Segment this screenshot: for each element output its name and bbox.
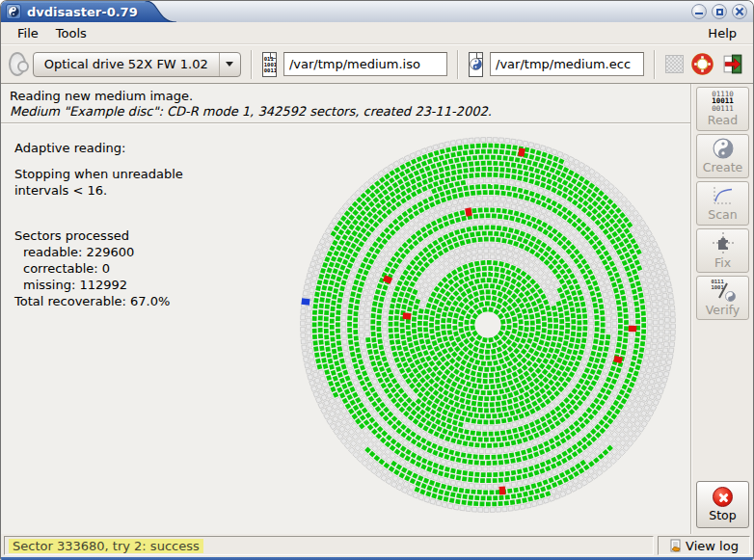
- sector-status: Sector 333680, try 2: success: [9, 539, 203, 553]
- status-message-line1: Reading new medium image.: [10, 89, 682, 103]
- status-message-line2: Medium "Example disc": CD-R mode 1, 3425…: [10, 104, 682, 119]
- sectors-readable: readable: 229600: [14, 244, 183, 260]
- preferences-button[interactable]: [665, 55, 684, 73]
- scan-icon: [712, 185, 735, 206]
- quit-icon: [721, 52, 745, 76]
- stop-button[interactable]: Stop: [696, 481, 749, 528]
- read-button[interactable]: 01110 10011 00111 Read: [696, 87, 749, 131]
- total-recoverable: Total recoverable: 67.0%: [14, 293, 183, 309]
- chevron-down-icon: [226, 62, 233, 67]
- stop-icon: [713, 487, 733, 507]
- minimize-button[interactable]: [691, 4, 707, 19]
- disc-marker-unreadable: [465, 207, 472, 216]
- menu-tools[interactable]: Tools: [47, 24, 95, 42]
- menubar: File Tools Help: [1, 22, 753, 44]
- titlebar: dvdisaster-0.79: [1, 1, 753, 22]
- action-sidebar: 01110 10011 00111 Read Create: [691, 84, 753, 534]
- ecc-path-input[interactable]: [490, 52, 644, 76]
- menu-help[interactable]: Help: [699, 24, 745, 42]
- life-ring-icon: [690, 52, 714, 76]
- disc-marker-unreadable: [498, 487, 505, 495]
- toolbar-separator: [251, 50, 253, 79]
- image-file-icon: 011 10011 00111: [262, 52, 277, 77]
- disc-marker-unreadable: [518, 147, 525, 156]
- toolbar-separator: [457, 50, 459, 79]
- close-icon: [735, 7, 744, 16]
- status-cell: Sector 333680, try 2: success: [4, 536, 654, 555]
- window-title: dvdisaster-0.79: [27, 5, 138, 19]
- minimize-icon: [695, 13, 703, 14]
- statusbar: Sector 333680, try 2: success View log: [1, 534, 753, 557]
- drive-selector-value: Optical drive 52X FW 1.02: [34, 57, 219, 71]
- app-icon: [6, 4, 21, 19]
- fix-icon: [712, 231, 735, 254]
- view-log-icon: [669, 539, 683, 552]
- disc-marker-current-position: [301, 298, 310, 305]
- toolbar-separator: [654, 50, 656, 79]
- disc-marker-unreadable: [383, 275, 392, 283]
- fix-button[interactable]: Fix: [696, 228, 749, 273]
- view-log-button[interactable]: View log: [658, 536, 750, 555]
- verify-icon: 0111 1001: [711, 279, 736, 302]
- toolbar: Optical drive 52X FW 1.02 011 10011 0011…: [1, 44, 753, 83]
- create-icon: [713, 138, 734, 159]
- info-line: Stopping when unreadable: [14, 166, 183, 182]
- main-content: Reading new medium image. Medium "Exampl…: [1, 84, 691, 534]
- drive-selector-arrow[interactable]: [219, 53, 240, 76]
- disc-marker-unreadable: [629, 326, 637, 333]
- drive-selector[interactable]: Optical drive 52X FW 1.02: [33, 52, 241, 77]
- app-window: dvdisaster-0.79 File Tools Help Optical …: [0, 0, 754, 560]
- separator: [1, 122, 690, 124]
- status-message: Reading new medium image. Medium "Exampl…: [1, 84, 690, 122]
- help-button[interactable]: [690, 52, 714, 76]
- sectors-correctable: correctable: 0: [14, 260, 183, 277]
- scan-button[interactable]: Scan: [696, 181, 749, 226]
- iso-path-input[interactable]: [283, 52, 447, 76]
- create-button[interactable]: Create: [696, 134, 749, 178]
- read-icon: 01110 10011 00111: [712, 91, 734, 113]
- maximize-icon: [716, 9, 723, 15]
- ecc-file-icon: [469, 52, 483, 77]
- info-heading: Adaptive reading:: [14, 140, 183, 156]
- maximize-button[interactable]: [712, 4, 727, 19]
- sectors-heading: Sectors processed: [14, 227, 183, 244]
- quit-button[interactable]: [721, 52, 745, 76]
- disc-marker-unreadable: [613, 356, 623, 363]
- close-button[interactable]: [732, 4, 747, 19]
- menu-file[interactable]: File: [9, 24, 47, 42]
- optical-drive-icon: [9, 52, 26, 76]
- verify-button[interactable]: 0111 1001 Verify: [696, 276, 749, 320]
- preferences-icon: [665, 55, 684, 73]
- info-panel: Adaptive reading: Stopping when unreadab…: [14, 140, 183, 309]
- disc-marker-unreadable: [402, 312, 411, 319]
- sectors-missing: missing: 112992: [14, 277, 183, 293]
- info-line: intervals < 16.: [14, 182, 183, 199]
